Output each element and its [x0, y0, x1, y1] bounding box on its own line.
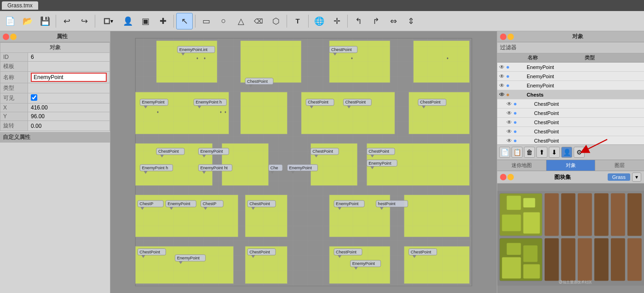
right-panel-header: 对象: [497, 31, 644, 42]
new-button[interactable]: 📄: [2, 13, 18, 29]
properties-panel: 属性 对象 ID 6 模板 名称 类型: [0, 31, 110, 293]
eye-icon-1[interactable]: 👁: [499, 73, 505, 80]
redo-button[interactable]: ↪: [76, 13, 92, 29]
world-tool[interactable]: 🌐: [311, 13, 328, 29]
eye-icon-cp3[interactable]: 👁: [506, 119, 512, 126]
prop-y-key: Y: [0, 112, 28, 121]
add-obj-btn[interactable]: 📄: [499, 147, 510, 158]
bucket-tool[interactable]: ⬡: [268, 13, 284, 29]
tab-layers[interactable]: 图层: [595, 160, 644, 171]
svg-text:ChestPoint: ChestPoint: [420, 100, 441, 104]
obj-row-cp2[interactable]: 👁 ● ChestPoint: [497, 109, 644, 118]
prop-template-value: [28, 62, 110, 72]
tileset-close-btn[interactable]: [500, 174, 506, 180]
save-button[interactable]: 💾: [37, 13, 53, 29]
svg-text:ChestP: ChestP: [203, 201, 217, 206]
panel-min-btn[interactable]: [10, 34, 17, 40]
move-up-btn[interactable]: ⬆: [536, 147, 547, 158]
select-rect-tool[interactable]: ▣: [137, 13, 154, 29]
obj-color-1: ●: [506, 73, 510, 80]
prop-name-row: 名称: [0, 72, 110, 83]
erase-tool[interactable]: ⌫: [250, 13, 267, 29]
col-eye: [500, 54, 528, 61]
svg-text:EnemyPoint: EnemyPoint: [352, 261, 375, 266]
open-button[interactable]: 📂: [19, 13, 36, 29]
obj-list[interactable]: 👁 ● EnemyPoint 👁 ● EnemyPoint: [497, 63, 644, 144]
triangle-tool[interactable]: △: [233, 13, 249, 29]
obj-row-cp5[interactable]: 👁 ● ChestPoint: [497, 136, 644, 144]
obj-row-cp3[interactable]: 👁 ● ChestPoint: [497, 118, 644, 127]
delete-obj-btn[interactable]: 🗑: [524, 147, 535, 158]
rotate-r-tool[interactable]: ↱: [368, 13, 384, 29]
undo-button[interactable]: ↩: [58, 13, 75, 29]
prop-x-key: X: [0, 103, 28, 112]
flip-v-tool[interactable]: ⇕: [402, 13, 419, 29]
obj-row-0[interactable]: 👁 ● EnemyPoint: [497, 63, 644, 72]
svg-text:ChestPoint: ChestPoint: [158, 149, 179, 154]
tileset-min-btn[interactable]: [507, 174, 514, 180]
pointer-tool[interactable]: ↖: [176, 13, 193, 29]
obj-row-1[interactable]: 👁 ● EnemyPoint: [497, 72, 644, 81]
right-panel-min-btn[interactable]: [507, 34, 514, 40]
tileset-canvas[interactable]: @仙土显游技术社区: [497, 184, 644, 293]
eye-icon-cp2[interactable]: 👁: [506, 110, 512, 116]
eye-icon-2[interactable]: 👁: [499, 82, 505, 89]
obj-name-2: EnemyPoint: [527, 83, 585, 88]
obj-table-header: 名称 类型: [497, 53, 644, 63]
extra-btn[interactable]: ⚙: [574, 147, 585, 158]
flip-h-tool[interactable]: ⇔: [385, 13, 402, 29]
tab-minimap[interactable]: 迷你地图: [497, 160, 546, 171]
person-btn[interactable]: 👤: [561, 147, 572, 158]
obj-color-cp3: ●: [513, 119, 517, 126]
eye-icon-cp5[interactable]: 👁: [506, 138, 512, 144]
obj-row-cp4[interactable]: 👁 ● ChestPoint: [497, 127, 644, 136]
snap-tool[interactable]: ✛: [328, 13, 345, 29]
svg-text:hestPoint: hestPoint: [378, 201, 396, 206]
svg-rect-134: [523, 264, 540, 279]
tab-objects[interactable]: 对象: [546, 160, 596, 171]
eye-icon-cp4[interactable]: 👁: [506, 128, 512, 135]
visible-checkbox[interactable]: [31, 94, 37, 101]
obj-name-chests: Chests: [527, 92, 585, 98]
obj-name-cp3: ChestPoint: [534, 120, 588, 125]
panel-close-btn[interactable]: [3, 34, 9, 40]
rect-tool[interactable]: ▭: [198, 13, 214, 29]
tileset-dropdown-btn[interactable]: ▾: [632, 172, 641, 182]
properties-panel-header: 属性: [0, 31, 110, 42]
svg-text:EnemyPoint h: EnemyPoint h: [196, 100, 222, 104]
svg-text:ChestPoint: ChestPoint: [308, 100, 328, 104]
circle-tool[interactable]: ○: [215, 13, 232, 29]
sep6: [308, 15, 309, 28]
eye-icon-cp1[interactable]: 👁: [506, 101, 512, 107]
eye-icon-chests[interactable]: 👁: [499, 92, 505, 98]
obj-color-cp2: ●: [513, 109, 517, 116]
svg-text:EnemyPoint: EnemyPoint: [142, 100, 165, 104]
obj-row-chests[interactable]: 👁 ● Chests: [497, 90, 644, 99]
right-panel-close-btn[interactable]: [500, 34, 506, 40]
copy-obj-btn[interactable]: 📋: [512, 147, 523, 158]
text-tool[interactable]: T: [289, 13, 306, 29]
person-tool[interactable]: 👤: [120, 13, 136, 29]
grass-tab[interactable]: Grass.tmx: [2, 1, 38, 10]
svg-rect-138: [594, 238, 609, 281]
sep1: [56, 15, 56, 28]
svg-text:⬧: ⬧: [203, 55, 206, 60]
svg-rect-121: [523, 198, 535, 208]
obj-row-cp1[interactable]: 👁 ● ChestPoint: [497, 99, 644, 109]
move-tool[interactable]: ✚: [155, 13, 171, 29]
prop-template-key: 模板: [0, 62, 28, 72]
prop-name-key: 名称: [0, 72, 28, 83]
tileset-panel: 图块集 Grass ▾: [497, 171, 644, 293]
svg-text:ChestP: ChestP: [139, 201, 153, 206]
obj-row-2[interactable]: 👁 ● EnemyPoint: [497, 81, 644, 90]
eye-icon-0[interactable]: 👁: [499, 64, 505, 70]
obj-color-0: ●: [506, 63, 510, 70]
stamp-tool[interactable]: 🔲▾: [98, 13, 119, 29]
rotate-l-tool[interactable]: ↰: [350, 13, 367, 29]
svg-text:⬧: ⬧: [351, 55, 353, 60]
obj-color-cp1: ●: [513, 100, 517, 107]
move-down-btn[interactable]: ⬇: [549, 147, 560, 158]
svg-text:ChestPoint: ChestPoint: [312, 149, 333, 154]
name-input[interactable]: [31, 73, 107, 82]
canvas-area[interactable]: EnemyPoint.int ChestPoint EnemyPoint Ene…: [110, 31, 497, 293]
